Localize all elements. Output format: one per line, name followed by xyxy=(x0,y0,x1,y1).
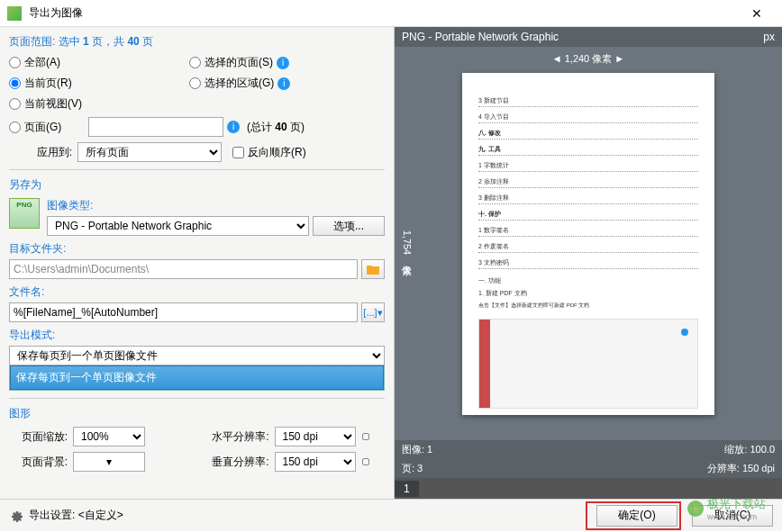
vres-select[interactable]: 150 dpi xyxy=(275,452,356,472)
ok-highlight-box: 确定(O) xyxy=(586,501,681,530)
image-type-select[interactable]: PNG - Portable Network Graphic xyxy=(47,216,309,236)
page-zoom-label: 页面缩放: xyxy=(9,429,68,445)
preview-header: PNG - Portable Network Graphicpx xyxy=(395,27,782,47)
apply-to-select[interactable]: 所有页面 xyxy=(77,142,222,162)
link-resolution-icon[interactable] xyxy=(359,433,372,440)
info-icon: i xyxy=(277,57,289,69)
cancel-button[interactable]: 取消(C) xyxy=(692,505,773,527)
titlebar: 导出为图像 ✕ xyxy=(0,0,782,27)
radio-selected-area[interactable]: 选择的区域(G)i xyxy=(189,76,290,91)
hres-label: 水平分辨率: xyxy=(197,429,269,445)
gear-icon[interactable] xyxy=(9,509,23,523)
bottom-bar: 导出设置: <自定义> 确定(O) 取消(C) xyxy=(0,499,782,531)
preview-footer: 图像: 1缩放: 100.0 xyxy=(395,440,782,459)
window-title: 导出为图像 xyxy=(29,5,739,21)
link-resolution-icon[interactable] xyxy=(359,458,372,465)
pages-input[interactable] xyxy=(88,117,223,137)
page-zoom-select[interactable]: 100% xyxy=(73,427,145,446)
page-bg-label: 页面背景: xyxy=(9,455,68,470)
radio-current-view[interactable]: 当前视图(V) xyxy=(9,96,82,112)
radio-pages[interactable]: 页面(G) xyxy=(9,120,72,135)
image-type-label: 图像类型: xyxy=(47,198,385,213)
radio-all[interactable]: 全部(A) xyxy=(9,55,173,70)
radio-current-page[interactable]: 当前页(R) xyxy=(9,76,173,91)
graphics-label: 图形 xyxy=(9,406,385,421)
filename-label: 文件名: xyxy=(9,284,385,300)
folder-icon xyxy=(367,264,379,275)
export-mode-option[interactable]: 保存每页到一个单页图像文件 xyxy=(10,365,384,390)
pages-total: (总计 40 页) xyxy=(247,120,305,135)
reverse-order-checkbox[interactable]: 反向顺序(R) xyxy=(232,145,306,160)
page-bg-picker[interactable]: ▾ xyxy=(73,452,145,472)
dest-folder-input[interactable] xyxy=(9,259,358,279)
page-indicator[interactable]: 1 xyxy=(395,481,419,497)
export-mode-label: 导出模式: xyxy=(9,328,385,343)
dest-folder-label: 目标文件夹: xyxy=(9,241,385,257)
info-icon: i xyxy=(277,77,290,90)
preview-area: ◄ 1,240 像素 ► 1,754 像素 3 新建节目 4 导入节目 八. 修… xyxy=(395,47,782,440)
filename-macro-button[interactable]: [...]▾ xyxy=(361,302,385,322)
info-icon: i xyxy=(227,121,240,133)
png-format-icon: PNG xyxy=(9,198,40,229)
preview-width-label: ◄ 1,240 像素 ► xyxy=(552,52,625,66)
preview-page: 3 新建节目 4 导入节目 八. 修改 九. 工具 1 字数统计 2 添加注释 … xyxy=(462,73,714,415)
export-settings-text: 导出设置: <自定义> xyxy=(29,508,586,523)
save-as-label: 另存为 xyxy=(9,177,385,193)
export-mode-dropdown: 保存每页到一个单页图像文件 xyxy=(9,365,385,391)
preview-height-label: 1,754 像素 xyxy=(400,230,414,257)
browse-folder-button[interactable] xyxy=(361,259,385,279)
preview-footer-2: 页: 3分辨率: 150 dpi xyxy=(395,459,782,478)
app-icon xyxy=(7,6,22,21)
options-button[interactable]: 选项... xyxy=(313,216,385,236)
filename-input[interactable] xyxy=(9,302,358,322)
page-range-label: 页面范围: 选中 1 页，共 40 页 xyxy=(9,34,385,50)
vres-label: 垂直分辨率: xyxy=(197,455,269,470)
ok-button[interactable]: 确定(O) xyxy=(596,505,677,527)
close-icon[interactable]: ✕ xyxy=(739,6,775,21)
radio-selected-pages[interactable]: 选择的页面(S)i xyxy=(189,55,289,70)
apply-to-label: 应用到: xyxy=(9,145,72,160)
export-mode-select[interactable]: 保存每页到一个单页图像文件 xyxy=(9,346,385,365)
hres-select[interactable]: 150 dpi xyxy=(275,427,356,446)
